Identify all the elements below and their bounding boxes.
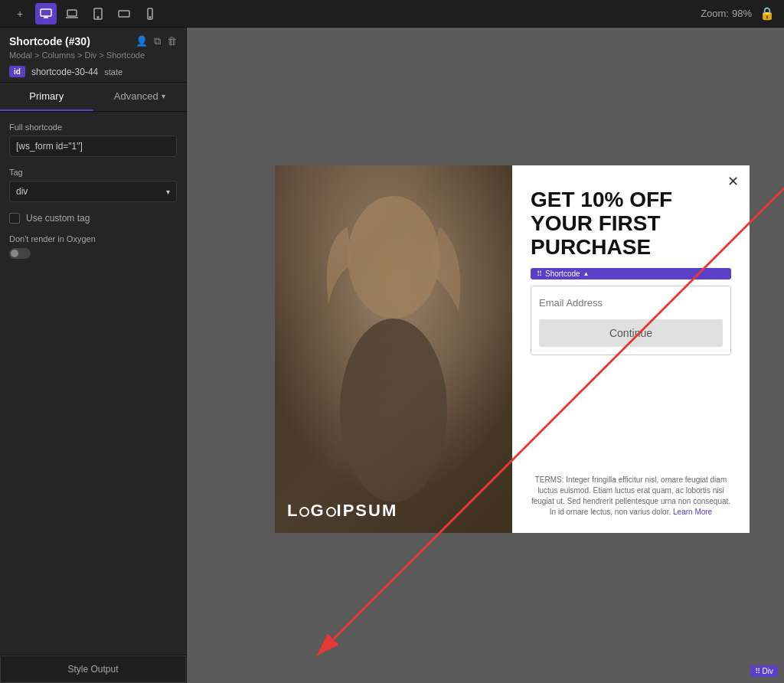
svg-point-12	[340, 319, 447, 502]
popup-background-image: LGIPSUM	[275, 165, 512, 533]
copy-icon[interactable]: ⧉	[154, 35, 161, 47]
state-id: shortcode-30-44	[31, 67, 98, 77]
tab-primary[interactable]: Primary	[0, 83, 93, 111]
sidebar-tabs: Primary Advanced ▾	[0, 83, 186, 112]
chevron-down-icon: ▾	[162, 92, 165, 100]
sidebar-content: Full shortcode [ws_form id="1"] Tag div …	[0, 112, 186, 655]
grid-icon: ⠿	[537, 270, 542, 278]
delete-icon[interactable]: 🗑	[167, 35, 177, 47]
popup-heading-line1: GET 10% OFF	[531, 188, 731, 212]
popup-modal: LGIPSUM ✕ GET 10% OFF YOUR FIRST PURCHAS…	[275, 165, 750, 533]
svg-rect-0	[41, 9, 51, 16]
canvas-area: LGIPSUM ✕ GET 10% OFF YOUR FIRST PURCHAS…	[187, 28, 784, 683]
style-output-button[interactable]: Style Output	[0, 655, 186, 683]
tag-select[interactable]: div ▾	[9, 181, 177, 202]
shortcode-badge[interactable]: ⠿ Shortcode ▲	[531, 268, 731, 279]
sidebar-footer: Style Output	[0, 655, 186, 683]
popup-heading-line2: YOUR FIRST PURCHASE	[531, 212, 731, 260]
svg-point-9	[149, 16, 150, 17]
lock-icon[interactable]: 🔒	[760, 6, 775, 21]
custom-tag-checkbox[interactable]	[9, 213, 20, 224]
shortcode-badge-label: Shortcode	[545, 270, 580, 278]
chevron-up-icon: ▲	[583, 270, 590, 277]
main-content: Shortcode (#30) 👤 ⧉ 🗑 Modal > Columns > …	[0, 28, 784, 683]
sidebar: Shortcode (#30) 👤 ⧉ 🗑 Modal > Columns > …	[0, 28, 187, 683]
popup-close-button[interactable]: ✕	[727, 173, 739, 190]
state-label: state	[104, 67, 122, 77]
mobile-view-button[interactable]	[139, 3, 161, 25]
tag-value: div	[16, 186, 28, 197]
div-badge-label: Div	[763, 667, 773, 675]
svg-rect-3	[67, 10, 77, 16]
svg-point-6	[97, 16, 99, 18]
div-badge[interactable]: ⠿ Div	[750, 665, 778, 677]
toggle-dot	[11, 250, 18, 257]
learn-more-link[interactable]: Learn More	[673, 508, 712, 516]
popup-content-side: ✕ GET 10% OFF YOUR FIRST PURCHASE ⠿ Shor…	[512, 165, 750, 533]
state-badge: id	[9, 66, 25, 77]
zoom-label: Zoom:	[701, 8, 729, 19]
sidebar-title-row: Shortcode (#30) 👤 ⧉ 🗑	[9, 35, 177, 47]
terms-text: TERMS: Integer fringilla efficitur nisl,…	[531, 475, 731, 518]
full-shortcode-group: Full shortcode [ws_form id="1"]	[9, 123, 177, 157]
svg-rect-7	[119, 11, 129, 17]
tab-advanced[interactable]: Advanced ▾	[93, 83, 187, 111]
dont-render-toggle[interactable]	[9, 248, 31, 259]
logo-ipsum: LGIPSUM	[287, 501, 397, 521]
toolbar-right: Zoom: 98% 🔒	[701, 6, 775, 21]
tablet-view-button[interactable]	[87, 3, 109, 25]
tag-label: Tag	[9, 168, 177, 177]
continue-button[interactable]: Continue	[539, 319, 723, 347]
sidebar-title-icons: 👤 ⧉ 🗑	[136, 35, 177, 47]
popup-image-side: LGIPSUM	[275, 165, 512, 533]
svg-point-11	[348, 196, 439, 319]
zoom-info: Zoom: 98%	[701, 8, 752, 19]
custom-tag-row: Use custom tag	[9, 213, 177, 224]
custom-tag-label: Use custom tag	[26, 213, 90, 224]
full-shortcode-label: Full shortcode	[9, 123, 177, 132]
full-shortcode-value: [ws_form id="1"]	[9, 136, 177, 157]
desktop-view-button[interactable]	[35, 3, 57, 25]
add-button[interactable]: +	[9, 3, 31, 25]
toolbar-left: +	[9, 3, 161, 25]
popup-heading: GET 10% OFF YOUR FIRST PURCHASE	[531, 188, 731, 259]
dont-render-group: Don't render in Oxygen	[9, 234, 177, 259]
grid-icon-div: ⠿	[755, 667, 760, 675]
sidebar-title: Shortcode (#30)	[9, 35, 90, 47]
laptop-view-button[interactable]	[61, 3, 83, 25]
top-toolbar: + Zoom: 98% 🔒	[0, 0, 784, 28]
dont-render-label: Don't render in Oxygen	[9, 234, 177, 243]
tag-group: Tag div ▾	[9, 168, 177, 202]
chevron-down-icon: ▾	[166, 188, 170, 196]
state-badge-row: id shortcode-30-44 state	[9, 66, 177, 77]
email-input[interactable]	[539, 294, 723, 312]
sidebar-header: Shortcode (#30) 👤 ⧉ 🗑 Modal > Columns > …	[0, 28, 186, 83]
person-icon[interactable]: 👤	[136, 35, 148, 47]
zoom-value: 98%	[732, 8, 752, 19]
email-form-area: Continue	[531, 286, 731, 355]
mobile-landscape-button[interactable]	[113, 3, 135, 25]
breadcrumb: Modal > Columns > Div > Shortcode	[9, 51, 177, 60]
